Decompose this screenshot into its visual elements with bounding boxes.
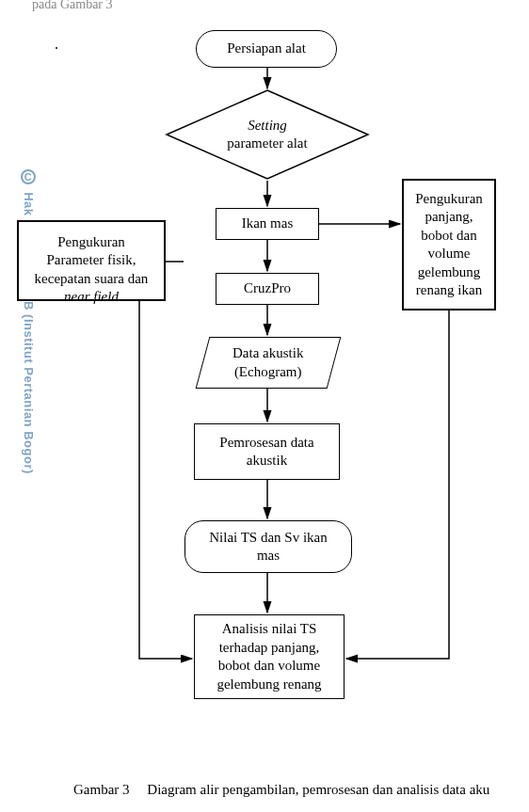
flow-process-analisis: Analisis nilai TS terhadap panjang, bobo… [194, 614, 345, 699]
flow-data-echogram: Data akustik (Echogram) [196, 337, 342, 389]
decision-line2: parameter alat [227, 135, 307, 151]
caption-text: Diagram alir pengambilan, pemrosesan dan… [147, 782, 489, 797]
data-line2: (Echogram) [234, 364, 302, 379]
flow-decision-setting: Setting parameter alat [165, 88, 370, 181]
flow-terminator-start-label: Persiapan alat [227, 40, 306, 58]
figure-caption: Gambar 3 Diagram alir pengambilan, pemro… [73, 782, 489, 798]
flow-process-pemrosesan-label: Pemrosesan data akustik [219, 434, 313, 470]
copyright-icon: C [21, 169, 36, 184]
flow-process-ikan-label: Ikan mas [242, 215, 294, 233]
data-line1: Data akustik [232, 345, 303, 360]
flow-rounded-nilai-label: Nilai TS dan Sv ikan mas [209, 529, 328, 565]
flow-data-echogram-label: Data akustik (Echogram) [232, 344, 303, 381]
flow-process-cruzpro: CruzPro [216, 273, 319, 305]
flow-side-right: Pengukuran panjang, bobot dan volume gel… [402, 179, 496, 310]
flow-rounded-nilai: Nilai TS dan Sv ikan mas [184, 520, 352, 573]
flow-decision-text: Setting parameter alat [227, 117, 307, 153]
copyright-watermark: C Hak cipta milik IPB (Institut Pertania… [21, 169, 36, 474]
flow-terminator-start: Persiapan alat [196, 30, 337, 68]
flow-side-right-label: Pengukuran panjang, bobot dan volume gel… [415, 190, 483, 300]
decision-line1: Setting [248, 118, 287, 133]
flow-side-left: PengukuranParameter fisik,kecepatan suar… [17, 220, 166, 301]
flow-process-analisis-label: Analisis nilai TS terhadap panjang, bobo… [216, 620, 321, 693]
flow-process-pemrosesan: Pemrosesan data akustik [194, 423, 340, 480]
period-dot: . [55, 36, 58, 53]
flow-process-cruzpro-label: CruzPro [244, 279, 291, 298]
flow-side-left-label: PengukuranParameter fisik,kecepatan suar… [35, 215, 149, 307]
header-text: pada Gambar 3 [32, 0, 113, 12]
flow-process-ikan: Ikan mas [216, 208, 319, 240]
caption-prefix: Gambar 3 [73, 782, 130, 797]
